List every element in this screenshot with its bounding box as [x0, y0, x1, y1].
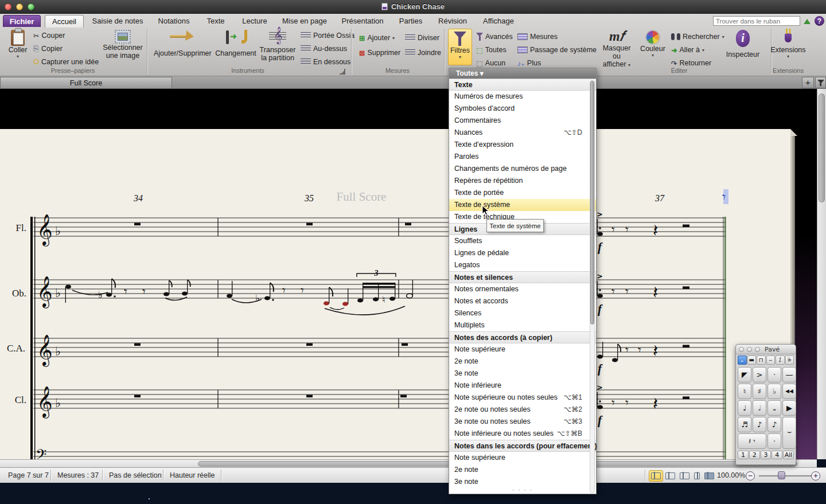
keypad-panel[interactable]: Pavé 𝅝 ▬ ⊓ ⌢ ⁒ 𝄫 ◤ > · — ♮ ♯ ♭ ◀◀ ♩ 𝅗𝅥 𝅝…	[735, 344, 796, 465]
color-button[interactable]: Couleur▾	[639, 30, 667, 58]
keypad-key-flat[interactable]: ♭	[767, 384, 781, 399]
menu-item[interactable]: Numéros de mesures	[449, 91, 596, 103]
bar-number-34[interactable]: 34	[133, 193, 143, 203]
filters-button[interactable]: Filtres▾	[448, 29, 472, 65]
view-mode-panorama-button[interactable]	[704, 472, 714, 479]
keypad-close-button[interactable]	[739, 347, 744, 352]
menu-more-indicator[interactable]: · · · ·	[449, 488, 596, 494]
tab-accueil[interactable]: Accueil	[45, 15, 84, 28]
tab-lecture[interactable]: Lecture	[236, 15, 272, 27]
menu-item[interactable]: 2e note	[449, 355, 596, 368]
split-bar-button[interactable]: Diviser	[405, 32, 439, 44]
menu-item[interactable]: Nuances⌥⇧D	[449, 127, 596, 139]
instrument-label-flute[interactable]: Fl.	[16, 222, 26, 233]
keypad-key-accent[interactable]: >	[753, 367, 766, 382]
keypad-zoom-button[interactable]	[755, 347, 760, 352]
keypad-key-sharp[interactable]: ♯	[753, 384, 766, 399]
menu-item[interactable]: 3e note	[449, 368, 596, 380]
menu-item[interactable]: Note inférieure ou notes seules⌥⇧⌘B	[449, 428, 596, 440]
menu-item-texte-de-systeme[interactable]: Texte de système	[449, 199, 596, 211]
menu-scrollbar-thumb[interactable]	[590, 81, 594, 325]
copy-button[interactable]: ⎘Copier	[33, 43, 63, 54]
tab-texte[interactable]: Texte	[201, 15, 230, 27]
menu-item[interactable]: Note supérieure	[449, 343, 596, 355]
select-bars-button[interactable]: Mesures	[517, 31, 558, 42]
keypad-key-whole-note[interactable]: 𝅝	[767, 400, 781, 416]
keypad-key-staccato[interactable]: ·	[767, 367, 781, 382]
view-mode-spread-button[interactable]	[665, 472, 675, 479]
inspector-button[interactable]: i Inspecteur	[724, 30, 762, 58]
menu-item[interactable]: Lignes de pédale	[449, 247, 596, 259]
keypad-key-cursor[interactable]: ◤	[738, 367, 751, 382]
menu-item[interactable]: Silences	[449, 307, 596, 319]
keypad-key-half-note[interactable]: 𝅗𝅥	[753, 400, 766, 416]
keypad-key-sixteenth-note[interactable]: ♬	[738, 417, 751, 432]
filters-menu-header[interactable]: Toutes ▾	[449, 68, 596, 79]
doc-tab-full-score[interactable]: Full Score	[0, 77, 172, 89]
tab-fichier[interactable]: Fichier	[3, 15, 41, 27]
menu-item[interactable]: 2e note	[449, 464, 596, 476]
tab-revision[interactable]: Révision	[433, 15, 473, 27]
keypad-tab-beams[interactable]: ⊓	[757, 355, 766, 365]
delete-bars-button[interactable]: ⊠Supprimer	[359, 47, 400, 58]
add-bars-button[interactable]: ⊞Ajouter▾	[359, 32, 395, 44]
keypad-tab-jazz[interactable]: ⁒	[776, 355, 785, 365]
keypad-tab-more-notes[interactable]: ▬	[747, 355, 757, 365]
keypad-key-rewind[interactable]: ◀◀	[782, 384, 796, 399]
end-barline[interactable]	[724, 217, 726, 462]
paste-button[interactable]: Coller▾	[6, 30, 30, 59]
instrument-label-cor-anglais[interactable]: C.A.	[7, 343, 25, 354]
menu-item[interactable]: 3e note ou notes seules⌥⌘3	[449, 416, 596, 428]
menu-item[interactable]: Texte de portée	[449, 187, 596, 199]
add-remove-instruments-button[interactable]: Ajouter/Supprimer	[154, 30, 209, 57]
zoom-out-button[interactable]: −	[746, 471, 755, 480]
menu-item[interactable]: 2e note ou notes seules⌥⌘2	[449, 404, 596, 416]
menu-item[interactable]: Note inférieure	[449, 380, 596, 392]
transpose-score-button[interactable]: Transposerla partition	[259, 29, 296, 62]
menu-scrollbar[interactable]	[590, 80, 595, 493]
keypad-tab-accidentals[interactable]: 𝄫	[785, 355, 794, 365]
menu-item[interactable]: Soufflets	[449, 235, 596, 247]
keypad-tab-articulations[interactable]: ⌢	[766, 355, 776, 365]
help-button[interactable]: ?	[815, 16, 824, 26]
select-none-button[interactable]: ⬚Aucun	[476, 57, 505, 69]
keypad-key-eighth-note[interactable]: ♪	[753, 417, 766, 432]
extensions-button[interactable]: Extensions▾	[770, 29, 806, 59]
tab-presentation[interactable]: Présentation	[336, 15, 389, 27]
keypad-tab-common-notes[interactable]: 𝅝	[738, 355, 747, 365]
keypad-layout-4[interactable]: 4	[772, 451, 782, 459]
tab-mise-en-page[interactable]: Mise en page	[276, 15, 333, 27]
new-tab-button[interactable]: +	[802, 77, 814, 88]
change-instrument-button[interactable]: Changement	[213, 30, 258, 57]
tab-saisie-de-notes[interactable]: Saisie de notes	[87, 15, 149, 27]
keypad-key-eighth-note-2[interactable]: ♪	[767, 417, 781, 432]
menu-item[interactable]: Notes et accords	[449, 295, 596, 307]
keypad-layout-2[interactable]: 2	[749, 451, 760, 459]
menu-item[interactable]: Legatos	[449, 259, 596, 271]
capture-idea-button[interactable]: ⭘Capturer une idée	[33, 56, 99, 68]
keypad-key-tie[interactable]: ⌣	[782, 417, 796, 449]
hide-show-button[interactable]: m𝑓 Masquer ouafficher ▾	[600, 29, 633, 68]
menu-item[interactable]: Note supérieure	[449, 452, 596, 464]
menu-item[interactable]: Paroles	[449, 151, 596, 163]
vertical-scrollbar[interactable]	[817, 89, 826, 459]
keypad-key-natural[interactable]: ♮	[738, 384, 751, 399]
keypad-minimize-button[interactable]	[747, 347, 752, 352]
ossia-below-button[interactable]: En dessous	[301, 56, 350, 68]
tab-affichage[interactable]: Affichage	[477, 15, 520, 27]
select-more-button[interactable]: ♪₊Plus	[517, 57, 541, 69]
search-input[interactable]	[713, 16, 800, 26]
zoom-slider-track[interactable]	[759, 475, 812, 476]
keypad-layout-all[interactable]: All	[783, 451, 794, 459]
view-mode-pages-button[interactable]	[651, 472, 661, 479]
keypad-key-tenuto[interactable]: —	[782, 367, 796, 382]
instruments-dialog-launcher[interactable]	[340, 69, 345, 75]
keypad-key-play[interactable]: ▶	[782, 400, 796, 416]
score-page[interactable]: Full Score 34 35 37 𝄾	[0, 89, 817, 467]
find-button[interactable]: Rechercher▾	[671, 31, 724, 42]
menu-item[interactable]: Repères de répétition	[449, 175, 596, 187]
tab-parties[interactable]: Parties	[393, 15, 428, 27]
system-passage-button[interactable]: Passage de système	[517, 44, 597, 56]
menu-item[interactable]: Notes ornementales	[449, 283, 596, 295]
select-image-button[interactable]: Sélectionnerune image	[101, 30, 145, 60]
